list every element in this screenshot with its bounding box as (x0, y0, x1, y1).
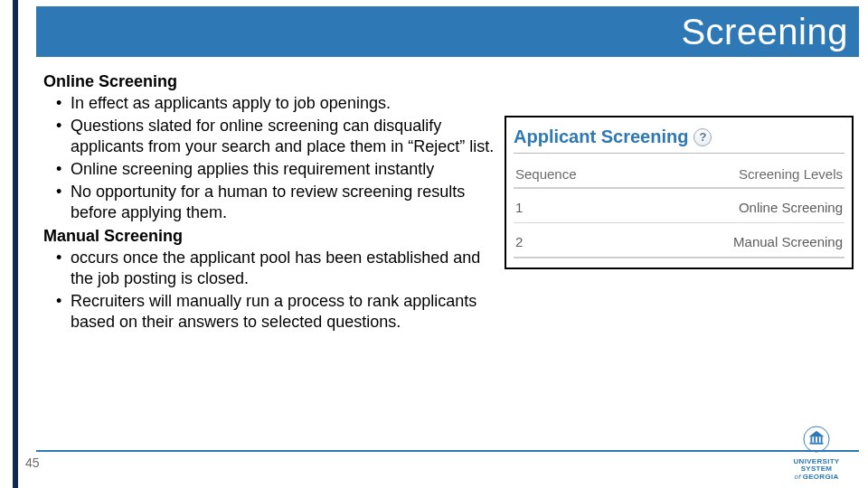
screenshot-panel: Applicant Screening ? Sequence Screening… (505, 116, 854, 269)
bullet-item: In effect as applicants apply to job ope… (43, 93, 495, 114)
svg-rect-3 (814, 436, 816, 443)
table-header: Sequence Screening Levels (514, 163, 844, 189)
bullet-item: Questions slated for online screening ca… (43, 116, 495, 157)
body-text: Online Screening In effect as applicants… (43, 70, 495, 336)
screening-table: Sequence Screening Levels 1 Online Scree… (514, 163, 844, 258)
table-row: 2 Manual Screening (514, 223, 844, 258)
section-heading-online: Online Screening (43, 72, 495, 91)
slide-title: Screening (681, 12, 848, 52)
cell-level: Manual Screening (733, 234, 843, 249)
help-icon[interactable]: ? (693, 128, 712, 146)
cell-seq: 1 (515, 200, 523, 215)
svg-marker-6 (809, 430, 825, 436)
svg-rect-2 (810, 436, 812, 443)
svg-rect-5 (821, 436, 823, 443)
svg-rect-1 (810, 443, 824, 445)
slide: Screening Online Screening In effect as … (0, 0, 868, 488)
page-number: 45 (25, 455, 40, 470)
logo-text-line2: ofGEORGIA (778, 474, 855, 481)
cell-level: Online Screening (739, 200, 843, 215)
building-icon (803, 426, 830, 453)
svg-rect-4 (817, 436, 819, 443)
cell-seq: 2 (515, 234, 523, 249)
col-sequence: Sequence (515, 166, 577, 182)
online-bullets: In effect as applicants apply to job ope… (43, 93, 495, 223)
table-row: 1 Online Screening (514, 189, 844, 223)
footer-rule (36, 450, 859, 452)
bullet-item: occurs once the applicant pool has been … (43, 248, 495, 289)
bullet-item: Online screening applies this requiremen… (43, 159, 495, 180)
col-levels: Screening Levels (739, 166, 843, 182)
svg-point-0 (804, 427, 829, 452)
logo-text-line1: UNIVERSITY SYSTEM (778, 458, 855, 474)
manual-bullets: occurs once the applicant pool has been … (43, 248, 495, 333)
bullet-item: Recruiters will manually run a process t… (43, 291, 495, 333)
section-heading-manual: Manual Screening (43, 227, 495, 246)
title-bar: Screening (36, 6, 859, 57)
usg-logo: UNIVERSITY SYSTEM ofGEORGIA (778, 426, 855, 481)
panel-header: Applicant Screening ? (514, 123, 844, 154)
left-accent-bar (13, 0, 18, 488)
bullet-item: No opportunity for a human to review scr… (43, 182, 495, 223)
panel-title: Applicant Screening (514, 127, 688, 147)
